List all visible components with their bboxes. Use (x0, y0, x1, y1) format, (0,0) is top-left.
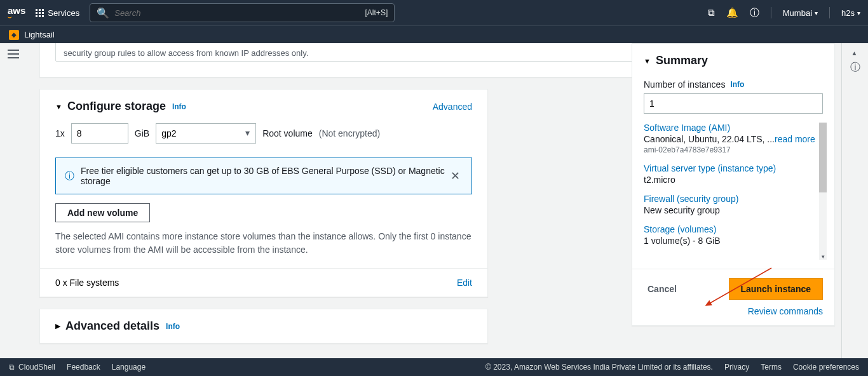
cloudshell-icon: ⧉ (9, 363, 15, 372)
storage-info-link[interactable]: Info (172, 102, 186, 111)
instance-store-text: The selected AMI contains more instance … (55, 230, 472, 257)
advanced-details-title: Advanced details (65, 319, 159, 333)
user-menu[interactable]: h2s ▾ (841, 8, 860, 18)
add-volume-button[interactable]: Add new volume (55, 203, 150, 222)
search-shortcut: [Alt+S] (365, 8, 388, 17)
global-search[interactable]: 🔍 [Alt+S] (90, 3, 395, 22)
search-input[interactable] (114, 8, 365, 18)
root-volume-label: Root volume (262, 128, 313, 138)
copyright-text: © 2023, Amazon Web Services India Privat… (485, 363, 713, 372)
caret-right-icon[interactable]: ▶ (55, 322, 60, 330)
services-menu[interactable]: Services (36, 8, 79, 18)
firewall-value: New security group (644, 205, 815, 215)
footer-bar: ⧉ CloudShell Feedback Language © 2023, A… (0, 358, 868, 376)
lightsail-icon: ◆ (9, 30, 19, 40)
instance-type-link[interactable]: Virtual server type (instance type) (644, 163, 815, 173)
aws-logo[interactable]: aws⌣ (8, 5, 25, 21)
sidebar-toggle[interactable] (8, 50, 19, 58)
services-label: Services (48, 8, 79, 18)
root-volume-row: 1x GiB gp2 Root volume (Not encrypted) (55, 123, 472, 144)
storage-advanced-link[interactable]: Advanced (433, 102, 472, 112)
region-selector[interactable]: Mumbai ▾ (783, 8, 818, 18)
configure-storage-title: Configure storage (67, 100, 166, 113)
help-panel-toggle[interactable]: ⓘ (850, 61, 860, 74)
configure-storage-card: ▼ Configure storage Info Advanced 1x GiB… (39, 89, 488, 297)
instance-type-value: t2.micro (644, 175, 815, 185)
cloudshell-button[interactable]: ⧉ CloudShell (9, 363, 55, 372)
lightsail-link[interactable]: Lightsail (24, 30, 55, 39)
summary-scroll-thumb[interactable] (819, 123, 827, 192)
firewall-link[interactable]: Firewall (security group) (644, 194, 815, 204)
review-commands-link[interactable]: Review commands (748, 306, 823, 316)
multiplier-label: 1x (55, 128, 65, 138)
storage-link[interactable]: Storage (volumes) (644, 224, 815, 234)
language-link[interactable]: Language (112, 363, 146, 372)
num-instances-label: Number of instances (644, 79, 725, 90)
cloudshell-icon[interactable]: ⧉ (708, 7, 715, 18)
summary-title: Summary (656, 54, 708, 67)
alert-close-icon[interactable]: ✕ (448, 169, 463, 183)
notifications-icon[interactable]: 🔔 (726, 7, 738, 18)
privacy-link[interactable]: Privacy (724, 363, 749, 372)
summary-caret-icon[interactable]: ▼ (644, 57, 651, 65)
ami-id: ami-02eb7a4783e7e9317 (644, 145, 815, 154)
volume-type-select[interactable]: gp2 (156, 123, 256, 144)
top-nav: aws⌣ Services 🔍 [Alt+S] ⧉ 🔔 ⓘ Mumbai ▾ h… (0, 0, 868, 25)
launch-instance-button[interactable]: Launch instance (729, 278, 823, 300)
num-instances-input[interactable] (644, 93, 823, 114)
num-instances-info[interactable]: Info (730, 80, 744, 89)
summary-scroll-down[interactable]: ▾ (819, 252, 827, 261)
filesystems-edit-link[interactable]: Edit (457, 278, 472, 288)
size-unit-label: GiB (135, 128, 149, 138)
info-icon: ⓘ (65, 170, 74, 182)
advanced-details-card: ▶ Advanced details Info (39, 309, 488, 344)
storage-value: 1 volume(s) - 8 GiB (644, 236, 815, 246)
help-icon[interactable]: ⓘ (750, 7, 759, 19)
left-rail (0, 43, 27, 358)
ami-link[interactable]: Software Image (AMI) (644, 123, 815, 133)
encrypted-label: (Not encrypted) (319, 128, 380, 138)
free-tier-alert: ⓘ Free tier eligible customers can get u… (55, 158, 472, 194)
free-tier-text: Free tier eligible customers can get up … (81, 166, 448, 186)
ami-desc: Canonical, Ubuntu, 22.04 LTS, ... (644, 134, 775, 144)
search-icon: 🔍 (97, 7, 109, 19)
cookie-prefs-link[interactable]: Cookie preferences (793, 363, 859, 372)
caret-down-icon[interactable]: ▼ (55, 103, 62, 111)
cancel-button[interactable]: Cancel (644, 284, 677, 294)
ami-read-more[interactable]: read more (775, 134, 815, 144)
scroll-up-icon[interactable]: ▲ (851, 50, 859, 57)
filesystems-count: 0 x File systems (55, 278, 119, 288)
feedback-link[interactable]: Feedback (67, 363, 100, 372)
right-rail: ▲ ⓘ (841, 43, 868, 358)
advanced-info-link[interactable]: Info (166, 322, 180, 331)
favorites-bar: ◆ Lightsail (0, 25, 868, 43)
summary-panel: ▼ Summary Number of instances Info ▾ Sof… (632, 43, 835, 326)
terms-link[interactable]: Terms (761, 363, 782, 372)
volume-size-input[interactable] (71, 123, 128, 144)
